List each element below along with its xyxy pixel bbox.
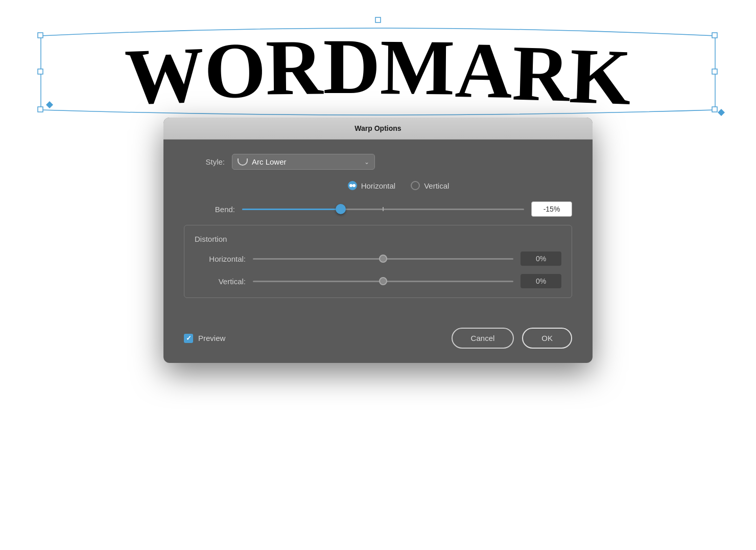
dialog-titlebar: Warp Options (163, 118, 593, 140)
style-dropdown[interactable]: Arc Lower ⌄ (232, 154, 375, 170)
bend-track-filled (242, 209, 341, 210)
bend-center-mark (383, 207, 384, 211)
dialog-footer: ✓ Preview Cancel OK (163, 328, 593, 363)
cancel-button[interactable]: Cancel (452, 328, 514, 349)
horizontal-radio-label: Horizontal (361, 181, 396, 190)
horizontal-radio[interactable]: Horizontal (348, 181, 396, 190)
distortion-title: Distortion (195, 235, 561, 243)
bend-slider[interactable] (242, 204, 524, 214)
vertical-distortion-track (253, 281, 513, 282)
arc-lower-icon (238, 158, 248, 166)
vertical-distortion-value: 0% (521, 274, 561, 288)
horizontal-distortion-thumb[interactable] (379, 255, 387, 263)
style-dropdown-inner: Arc Lower (238, 157, 287, 166)
vertical-distortion-thumb[interactable] (379, 277, 387, 285)
footer-buttons: Cancel OK (452, 328, 572, 349)
chevron-down-icon: ⌄ (364, 158, 369, 166)
canvas-area: W O R D M A R K (0, 0, 756, 133)
style-label: Style: (184, 157, 225, 166)
horizontal-radio-circle (348, 181, 357, 190)
style-row: Style: Arc Lower ⌄ (184, 154, 572, 170)
horizontal-distortion-track (253, 258, 513, 260)
svg-rect-10 (712, 69, 717, 74)
svg-rect-5 (38, 107, 43, 112)
warp-options-dialog: Warp Options Style: Arc Lower ⌄ (163, 118, 593, 363)
style-dropdown-text: Arc Lower (252, 157, 287, 166)
dialog-title: Warp Options (355, 124, 401, 132)
wordmark-text: W O R D M A R K (125, 21, 631, 112)
ok-button[interactable]: OK (522, 328, 572, 349)
preview-checkbox-box: ✓ (184, 334, 193, 343)
horizontal-distortion-label: Horizontal: (195, 255, 246, 263)
preview-checkbox[interactable]: ✓ Preview (184, 334, 225, 343)
svg-rect-6 (712, 107, 717, 112)
bend-value-input[interactable] (531, 201, 572, 217)
svg-marker-12 (718, 109, 725, 116)
horizontal-radio-dot (349, 184, 352, 187)
vertical-distortion-slider[interactable] (253, 276, 513, 286)
dialog-body: Style: Arc Lower ⌄ Horizontal (163, 140, 593, 328)
vertical-radio[interactable]: Vertical (411, 181, 449, 190)
distortion-section: Distortion Horizontal: 0% Vertical: (184, 225, 572, 298)
orientation-row: Horizontal Vertical (225, 181, 572, 190)
bend-thumb[interactable] (336, 204, 346, 214)
svg-marker-11 (46, 101, 53, 108)
horizontal-distortion-row: Horizontal: 0% (195, 251, 561, 266)
preview-label: Preview (198, 334, 225, 342)
bend-row: Bend: (184, 201, 572, 217)
wordmark-container: W O R D M A R K (26, 10, 730, 123)
vertical-distortion-row: Vertical: 0% (195, 274, 561, 288)
bend-track (242, 209, 524, 210)
bend-label: Bend: (184, 205, 235, 214)
horizontal-distortion-slider[interactable] (253, 254, 513, 264)
svg-rect-3 (38, 33, 43, 38)
dialog-overlay: Warp Options Style: Arc Lower ⌄ (163, 118, 593, 363)
vertical-radio-circle (411, 181, 420, 190)
vertical-radio-label: Vertical (424, 181, 449, 190)
checkmark-icon: ✓ (186, 335, 192, 341)
vertical-distortion-label: Vertical: (195, 277, 246, 286)
svg-rect-9 (38, 69, 43, 74)
svg-rect-4 (712, 33, 717, 38)
horizontal-distortion-value: 0% (521, 251, 561, 266)
